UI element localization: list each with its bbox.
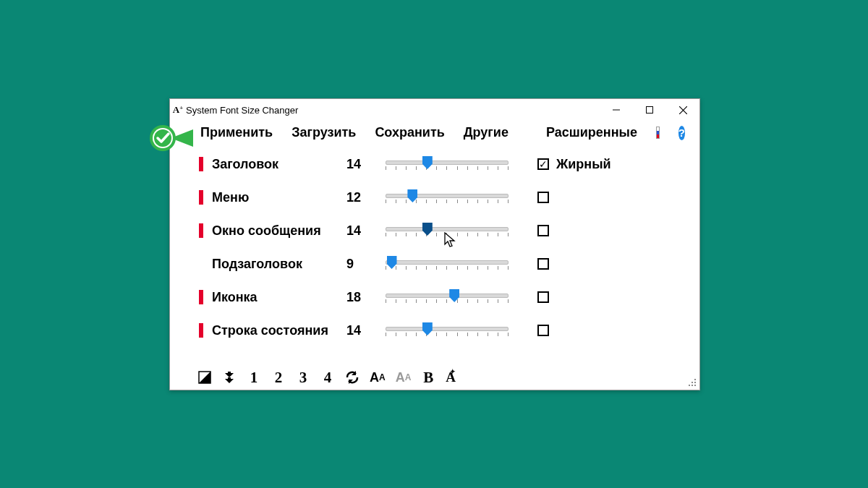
svg-point-9 xyxy=(692,385,693,386)
menu-apply[interactable]: Применить xyxy=(200,125,273,140)
bottom-toolbar: 1 2 3 4 AA AA B A✦ xyxy=(197,369,461,385)
modified-indicator-icon xyxy=(199,223,203,238)
menubar: Применить Загрузить Сохранить Другие Рас… xyxy=(170,121,699,147)
setting-value: 14 xyxy=(346,223,386,239)
maximize-button[interactable] xyxy=(633,99,666,121)
minimize-button[interactable] xyxy=(600,99,633,121)
setting-label: Окно сообщения xyxy=(212,223,346,239)
language-flag-icon[interactable] xyxy=(656,127,660,139)
close-button[interactable] xyxy=(666,99,699,121)
export-registry-icon[interactable] xyxy=(222,369,237,385)
bold-checkbox[interactable] xyxy=(537,225,549,236)
setting-row: Строка состояния14 xyxy=(199,314,685,347)
setting-label: Меню xyxy=(212,190,346,205)
preset-1-button[interactable]: 1 xyxy=(247,369,261,385)
reset-icon[interactable]: A✦ xyxy=(446,369,461,385)
bold-checkbox[interactable] xyxy=(537,325,549,336)
contrast-icon[interactable] xyxy=(197,369,212,385)
menu-other[interactable]: Другие xyxy=(464,125,509,140)
bold-checkbox[interactable] xyxy=(537,192,549,203)
menu-advanced[interactable]: Расширенные xyxy=(546,125,637,140)
modified-indicator-icon xyxy=(199,290,203,304)
preset-3-button[interactable]: 3 xyxy=(296,369,310,385)
modified-indicator-icon xyxy=(199,157,203,171)
setting-label: Строка состояния xyxy=(212,323,346,338)
svg-point-10 xyxy=(694,385,696,386)
font-size-slider[interactable] xyxy=(386,256,509,272)
svg-rect-1 xyxy=(647,107,653,114)
app-window: A+ System Font Size Changer Применить За… xyxy=(169,98,700,390)
resize-grip-icon[interactable] xyxy=(686,377,697,387)
titlebar[interactable]: A+ System Font Size Changer xyxy=(170,99,699,121)
bold-checkbox[interactable]: ✓ xyxy=(537,158,549,170)
setting-value: 9 xyxy=(346,257,386,272)
setting-row: Подзаголовок9 xyxy=(199,247,685,281)
svg-point-5 xyxy=(694,379,696,380)
setting-row: Заголовок14✓Жирный xyxy=(199,147,685,181)
menu-save[interactable]: Сохранить xyxy=(375,125,444,140)
bold-all-icon[interactable]: B xyxy=(421,369,435,385)
bold-checkbox[interactable] xyxy=(537,291,549,303)
preset-2-button[interactable]: 2 xyxy=(271,369,286,385)
svg-point-7 xyxy=(694,382,696,383)
font-size-slider[interactable] xyxy=(386,322,509,338)
setting-value: 12 xyxy=(346,190,386,205)
decrease-all-icon[interactable]: AA xyxy=(396,369,412,385)
font-size-slider[interactable] xyxy=(386,189,509,205)
font-size-slider[interactable] xyxy=(386,289,509,305)
increase-all-icon[interactable]: AA xyxy=(370,369,386,385)
setting-label: Заголовок xyxy=(212,157,346,172)
setting-label: Иконка xyxy=(212,290,346,305)
font-size-slider[interactable] xyxy=(386,156,509,172)
menu-load[interactable]: Загрузить xyxy=(292,125,356,140)
svg-point-6 xyxy=(692,382,693,383)
setting-label: Подзаголовок xyxy=(212,257,346,272)
font-settings-list: Заголовок14✓ЖирныйМеню12Окно сообщения14… xyxy=(170,147,699,347)
setting-value: 14 xyxy=(346,323,386,338)
svg-point-8 xyxy=(689,385,690,386)
help-icon[interactable]: ? xyxy=(678,126,685,140)
setting-row: Меню12 xyxy=(199,181,685,214)
bold-checkbox[interactable] xyxy=(537,258,549,270)
setting-row: Окно сообщения14 xyxy=(199,214,685,247)
app-icon: A+ xyxy=(170,104,186,116)
window-title: System Font Size Changer xyxy=(186,105,304,116)
setting-value: 14 xyxy=(346,157,386,172)
preset-4-button[interactable]: 4 xyxy=(320,369,335,385)
modified-indicator-icon xyxy=(199,323,203,338)
modified-indicator-icon xyxy=(199,190,203,205)
bold-checkbox-label: Жирный xyxy=(552,157,685,172)
refresh-icon[interactable] xyxy=(345,369,359,385)
setting-value: 18 xyxy=(346,290,386,305)
setting-row: Иконка18 xyxy=(199,281,685,314)
font-size-slider[interactable] xyxy=(386,223,509,239)
